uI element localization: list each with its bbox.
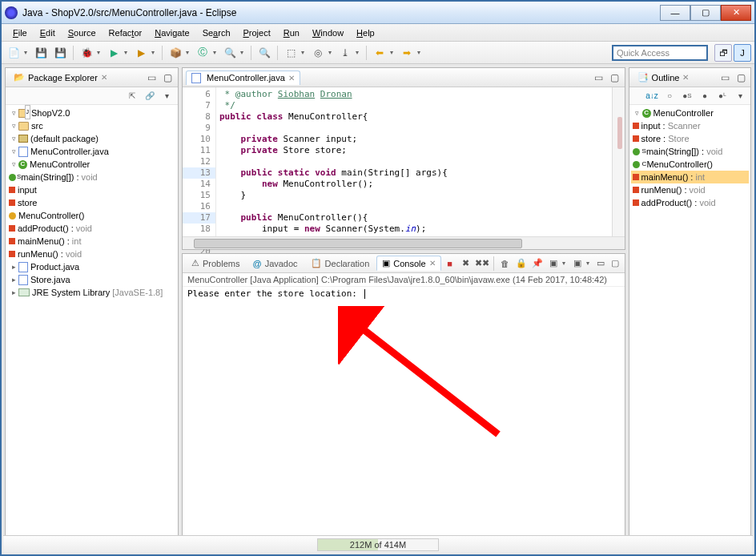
class-node[interactable]: MenuController — [30, 158, 90, 171]
menu-project[interactable]: Project — [237, 26, 277, 40]
view-menu-button[interactable]: ▾ — [733, 89, 747, 103]
maximize-button[interactable]: ▢ — [690, 5, 721, 21]
heap-status[interactable]: 212M of 414M — [317, 538, 439, 551]
open-console-button[interactable]: ▣ — [570, 256, 585, 271]
maximize-view-button[interactable]: ▢ — [734, 71, 747, 84]
pin-console-button[interactable]: 📌 — [530, 256, 545, 271]
forward-button[interactable]: ➡ — [398, 44, 416, 62]
hide-static-button[interactable]: ●S — [680, 89, 694, 103]
hide-fields-button[interactable]: ○ — [662, 89, 677, 103]
hide-nonpublic-button[interactable]: ● — [698, 89, 712, 103]
new-class-button[interactable]: Ⓒ — [194, 44, 211, 62]
package-node[interactable]: (default package) — [30, 132, 99, 145]
run-button[interactable]: ▶ — [105, 44, 123, 62]
link-editor-button[interactable]: 🔗 — [143, 89, 157, 103]
menu-source[interactable]: Source — [62, 26, 103, 40]
scroll-lock-button[interactable]: 🔒 — [514, 256, 529, 271]
outline-member-node[interactable]: addProduct() : void — [641, 196, 716, 209]
annotation-nav-button[interactable]: ◎ — [309, 44, 327, 62]
editor-tab[interactable]: MenuController.java ✕ — [186, 71, 300, 85]
overview-ruler[interactable] — [612, 87, 625, 236]
member-node[interactable]: MenuController() — [18, 209, 85, 222]
clear-console-button[interactable]: 🗑 — [498, 256, 513, 271]
member-node[interactable]: input — [18, 183, 37, 196]
minimize-view-button[interactable]: ▭ — [718, 71, 731, 84]
menu-navigate[interactable]: Navigate — [148, 26, 195, 40]
remove-all-button[interactable]: ✖✖ — [475, 256, 489, 271]
menu-help[interactable]: Help — [350, 26, 381, 40]
member-node[interactable]: addProduct() : void — [18, 222, 92, 235]
console-tab[interactable]: ▣Console✕ — [376, 256, 440, 271]
new-dropdown[interactable]: ▾ — [24, 49, 30, 56]
javadoc-icon: @ — [252, 259, 261, 268]
save-button[interactable]: 💾 — [32, 44, 50, 62]
minimize-view-button[interactable]: ▭ — [594, 257, 607, 270]
outline-member-node[interactable]: store : Store — [641, 132, 690, 145]
outline-tab[interactable]: 📑 Outline ✕ — [633, 71, 694, 85]
quick-access-input[interactable]: Quick Access — [612, 45, 708, 61]
new-button[interactable]: 📄 — [5, 44, 22, 62]
close-icon[interactable]: ✕ — [288, 74, 295, 83]
minimize-view-button[interactable]: ▭ — [593, 71, 605, 84]
problems-tab[interactable]: ⚠Problems — [186, 256, 245, 271]
new-package-button[interactable]: 📦 — [167, 44, 184, 62]
declaration-tab[interactable]: 📋Declaration — [305, 256, 376, 271]
maximize-view-button[interactable]: ▢ — [609, 71, 621, 84]
src-folder-node[interactable]: src — [31, 119, 43, 132]
javadoc-tab[interactable]: @Javadoc — [247, 256, 303, 271]
open-type-button[interactable]: 🔍 — [221, 44, 239, 62]
member-node[interactable]: main(String[]) : void — [21, 171, 97, 183]
terminate-button[interactable]: ■ — [443, 256, 457, 271]
java-perspective-button[interactable]: J — [734, 44, 751, 62]
maximize-view-button[interactable]: ▢ — [609, 257, 621, 270]
editor-body[interactable]: 67891011121314151617181920 * @author Sio… — [183, 87, 625, 236]
run-last-button[interactable]: ▶ — [132, 44, 150, 62]
view-menu-button[interactable]: ▾ — [160, 89, 175, 103]
sort-button[interactable]: a↓z — [645, 89, 659, 103]
maximize-view-button[interactable]: ▢ — [162, 71, 175, 84]
outline-member-node[interactable]: main(String[]) : void — [646, 145, 722, 158]
member-node[interactable]: runMenu() : void — [18, 248, 82, 260]
horizontal-scrollbar[interactable] — [194, 239, 522, 248]
menu-file[interactable]: File — [6, 26, 34, 40]
jre-library-node[interactable]: JRE System Library [JavaSE-1.8] — [32, 286, 163, 299]
member-node[interactable]: mainMenu() : int — [18, 235, 81, 248]
minimize-button[interactable]: — — [660, 5, 690, 21]
debug-button[interactable]: 🐞 — [78, 44, 95, 62]
display-selected-button[interactable]: ▣ — [546, 256, 561, 271]
outline-member-node[interactable]: MenuController() — [646, 158, 713, 171]
code-area[interactable]: * @author Siobhan Dronan */public class … — [216, 87, 612, 236]
close-icon[interactable]: ✕ — [429, 259, 436, 268]
outline-tree[interactable]: ▿CMenuController input : Scannerstore : … — [629, 105, 750, 539]
menu-refactor[interactable]: Refactor — [103, 26, 149, 40]
package-explorer-tree[interactable]: ▿ShopV2.0 ▿src ▿(default package) ▿MenuC… — [6, 105, 178, 539]
outline-member-node[interactable]: mainMenu() : int — [641, 171, 705, 183]
remove-launch-button[interactable]: ✖ — [459, 256, 473, 271]
back-button[interactable]: ⬅ — [371, 44, 388, 62]
console-output[interactable]: Please enter the store location: — [183, 287, 625, 538]
java-file-node[interactable]: MenuController.java — [30, 145, 109, 158]
package-explorer-tab[interactable]: 📂 Package Explorer ✕ — [9, 71, 112, 85]
collapse-all-button[interactable]: ⇱ — [125, 89, 139, 103]
menu-edit[interactable]: Edit — [34, 26, 62, 40]
menu-run[interactable]: Run — [277, 26, 306, 40]
outline-member-node[interactable]: runMenu() : void — [641, 183, 706, 196]
menu-search[interactable]: Search — [196, 26, 237, 40]
save-all-button[interactable]: 💾 — [51, 44, 69, 62]
menu-window[interactable]: Window — [306, 26, 350, 40]
java-file-node[interactable]: Product.java — [30, 260, 79, 273]
hide-local-button[interactable]: ●ᴸ — [715, 89, 730, 103]
toggle-breadcrumb-button[interactable]: ⬚ — [282, 44, 300, 62]
outline-member-node[interactable]: input : Scanner — [641, 119, 701, 132]
outline-class-node[interactable]: MenuController — [653, 107, 714, 119]
java-file-node[interactable]: Store.java — [30, 273, 70, 286]
minimize-view-button[interactable]: ▭ — [146, 71, 159, 84]
member-node[interactable]: store — [18, 196, 37, 209]
project-node[interactable]: ShopV2.0 — [31, 107, 70, 119]
next-annotation-button[interactable]: ⤓ — [336, 44, 354, 62]
open-perspective-button[interactable]: 🗗 — [714, 44, 732, 62]
close-icon[interactable]: ✕ — [682, 73, 689, 82]
close-button[interactable]: ✕ — [721, 5, 751, 21]
close-icon[interactable]: ✕ — [101, 73, 107, 82]
search-button[interactable]: 🔍 — [255, 44, 273, 62]
